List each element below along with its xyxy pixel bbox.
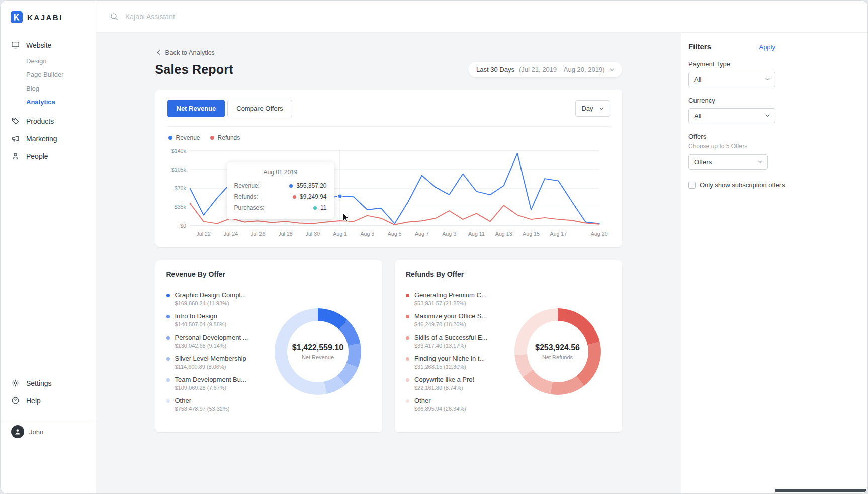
- revenue-legend-dot: [168, 136, 172, 140]
- legend-item-refunds[interactable]: Refunds: [210, 134, 240, 141]
- offer-name: Other: [414, 397, 466, 404]
- list-item: Other $66,895.94 (26.34%): [406, 397, 508, 412]
- tooltip-row: Purchases: 11: [234, 202, 327, 213]
- net-revenue-total: $1,422,559.10: [292, 343, 343, 352]
- website-subnav: Design Page Builder Blog Analytics: [1, 54, 96, 112]
- avatar-person-icon: [14, 428, 22, 436]
- offer-value: $758,478.97 (53.32%): [175, 406, 230, 412]
- sidebar-item-page-builder[interactable]: Page Builder: [26, 68, 96, 81]
- svg-text:Aug 13: Aug 13: [495, 231, 512, 237]
- refunds-donut-chart[interactable]: $253,924.56 Net Refunds: [514, 308, 601, 395]
- svg-text:Jul 28: Jul 28: [278, 231, 293, 237]
- back-to-analytics-link[interactable]: Back to Analytics: [155, 49, 215, 56]
- title-row: Sales Report Last 30 Days (Jul 21, 2019 …: [155, 62, 622, 77]
- sidebar-bottom-nav: Settings Help: [1, 374, 96, 419]
- svg-text:Aug 20: Aug 20: [590, 231, 607, 237]
- chevron-left-icon: [155, 49, 162, 56]
- offer-value: $46,249.70 (18.20%): [414, 321, 487, 327]
- svg-text:Aug 15: Aug 15: [523, 231, 540, 237]
- offer-value: $22,161.80 (8.74%): [414, 385, 474, 391]
- assistant-search-input[interactable]: [125, 13, 854, 21]
- offer-name: Intro to Design: [175, 312, 227, 320]
- revenue-donut-chart[interactable]: $1,422,559.10 Net Revenue: [275, 308, 361, 395]
- horizontal-scrollbar-thumb[interactable]: [775, 489, 866, 492]
- legend-item-revenue[interactable]: Revenue: [168, 134, 200, 141]
- tooltip-label: Refunds:: [234, 193, 258, 200]
- svg-text:$0: $0: [180, 223, 186, 229]
- sidebar-item-design[interactable]: Design: [26, 54, 96, 68]
- offer-value: $53,931.57 (21.25%): [414, 300, 487, 306]
- filters-title: Filters: [688, 42, 711, 51]
- sidebar-item-website[interactable]: Website: [1, 36, 96, 54]
- svg-text:Jul 22: Jul 22: [196, 231, 211, 237]
- kajabi-logo[interactable]: KAJABI: [1, 1, 96, 35]
- monitor-icon: [11, 41, 20, 49]
- segment-dot: [406, 357, 409, 361]
- subscription-offers-checkbox-row[interactable]: Only show subscription offers: [688, 181, 775, 189]
- tooltip-label: Purchases:: [234, 204, 265, 211]
- offers-select[interactable]: Offers: [688, 154, 768, 170]
- sidebar-item-people[interactable]: People: [1, 147, 96, 165]
- user-menu[interactable]: John: [1, 419, 96, 444]
- legend-label: Refunds: [218, 134, 240, 141]
- offer-name: Finding your Niche in t...: [414, 355, 485, 362]
- offer-value: $140,507.04 (9.88%): [175, 321, 227, 327]
- search-icon: [110, 12, 119, 21]
- currency-select[interactable]: All: [688, 108, 775, 123]
- offer-name: Copywrite like a Pro!: [414, 376, 474, 383]
- sidebar-item-analytics[interactable]: Analytics: [26, 95, 96, 109]
- sidebar-item-marketing[interactable]: Marketing: [1, 130, 96, 147]
- purchases-dot: [313, 206, 317, 210]
- sidebar-item-settings[interactable]: Settings: [1, 374, 96, 392]
- sidebar-item-label: Products: [26, 117, 54, 125]
- legend-label: Revenue: [176, 134, 200, 141]
- offer-name: Team Development Bu...: [175, 376, 246, 383]
- app-window: KAJABI Website Design Page Builder Blog …: [0, 0, 868, 494]
- payment-type-select[interactable]: All: [688, 72, 775, 87]
- line-chart[interactable]: $0$35k$70k$105k$140kJul 22Jul 24Jul 26Ju…: [167, 144, 610, 241]
- donut-center: $253,924.56 Net Refunds: [527, 321, 588, 382]
- megaphone-icon: [11, 134, 20, 143]
- date-range-selector[interactable]: Last 30 Days (Jul 21, 2019 – Aug 20, 201…: [468, 62, 622, 77]
- tab-compare-offers[interactable]: Compare Offers: [227, 100, 292, 117]
- segment-dot: [406, 315, 409, 318]
- page-title: Sales Report: [155, 62, 233, 77]
- tag-icon: [11, 117, 20, 125]
- offers-value: Offers: [694, 158, 712, 166]
- list-item: Silver Level Membership $114,600.89 (8.0…: [166, 355, 269, 370]
- segment-dot: [166, 315, 170, 318]
- chevron-down-icon: [758, 160, 762, 163]
- segment-dot: [406, 294, 409, 297]
- sidebar-item-products[interactable]: Products: [1, 112, 96, 130]
- sidebar-item-blog[interactable]: Blog: [26, 81, 96, 95]
- currency-value: All: [694, 112, 701, 120]
- list-item: Graphic Design Compl... $169,860.24 (11.…: [166, 291, 269, 306]
- apply-filters-button[interactable]: Apply: [759, 43, 775, 51]
- segment-dot: [166, 294, 170, 297]
- tab-net-revenue[interactable]: Net Revenue: [167, 100, 225, 117]
- segment-dot: [166, 399, 170, 403]
- svg-text:$105k: $105k: [171, 167, 186, 173]
- segment-dot: [166, 336, 170, 340]
- refunds-by-offer-card: Refunds By Offer Generating Premium C...…: [395, 260, 622, 432]
- offer-name: Maximize your Office S...: [414, 312, 487, 320]
- date-range-detail: (Jul 21, 2019 – Aug 20, 2019): [519, 66, 605, 73]
- tooltip-row: Refunds: $9,249.94: [234, 191, 327, 202]
- segment-dot: [406, 336, 409, 340]
- refunds-offer-list: Generating Premium C... $53,931.57 (21.2…: [406, 291, 508, 412]
- svg-text:Aug 17: Aug 17: [550, 231, 567, 237]
- subscription-offers-checkbox[interactable]: [688, 182, 696, 189]
- card-title: Revenue By Offer: [166, 270, 372, 278]
- list-item: Copywrite like a Pro! $22,161.80 (8.74%): [406, 376, 508, 391]
- list-item: Maximize your Office S... $46,249.70 (18…: [406, 312, 508, 327]
- interval-value: Day: [581, 105, 593, 112]
- segment-dot: [166, 378, 170, 382]
- sidebar-item-label: Settings: [26, 379, 52, 387]
- content-area: Back to Analytics Sales Report Last 30 D…: [96, 33, 681, 493]
- segment-dot: [406, 378, 409, 382]
- interval-select[interactable]: Day: [575, 100, 610, 117]
- offer-value: $31,268.15 (12.30%): [414, 364, 485, 370]
- sidebar-item-help[interactable]: Help: [1, 392, 96, 409]
- segment-dot: [166, 357, 170, 361]
- offer-value: $33,417.40 (13.17%): [414, 343, 487, 349]
